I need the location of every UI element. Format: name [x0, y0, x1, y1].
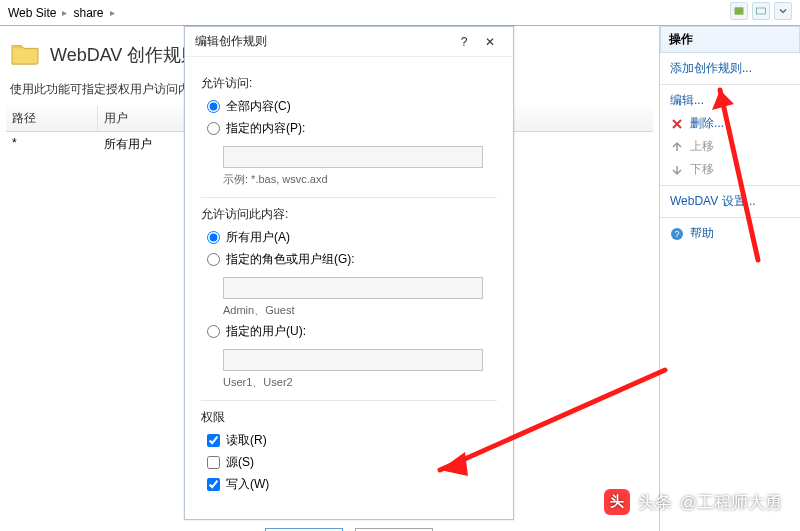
svg-rect-0 [735, 7, 744, 15]
radio-spec-content[interactable]: 指定的内容(P): [207, 120, 497, 137]
toolbar-icon-1[interactable] [730, 2, 748, 20]
check-source[interactable]: 源(S) [207, 454, 497, 471]
th-path[interactable]: 路径 [6, 106, 98, 131]
check-read-input[interactable] [207, 434, 220, 447]
dialog-close-button[interactable]: ✕ [477, 31, 503, 53]
action-move-down: 下移 [660, 158, 800, 181]
radio-all-content-input[interactable] [207, 100, 220, 113]
td-user: 所有用户 [98, 132, 186, 157]
input-roles[interactable] [223, 277, 483, 299]
radio-all-content[interactable]: 全部内容(C) [207, 98, 497, 115]
arrow-up-icon [670, 140, 684, 154]
radio-users[interactable]: 指定的用户(U): [207, 323, 497, 340]
group-perms: 权限 读取(R) 源(S) 写入(W) [201, 409, 497, 508]
td-path: * [6, 132, 98, 157]
hint-spec-content: 示例: *.bas, wsvc.axd [223, 172, 497, 187]
group-users-title: 允许访问此内容: [201, 206, 497, 223]
radio-users-input[interactable] [207, 325, 220, 338]
action-help[interactable]: ? 帮助 [660, 222, 800, 245]
folder-icon [10, 40, 40, 69]
th-user[interactable]: 用户 [98, 106, 186, 131]
radio-all-users-input[interactable] [207, 231, 220, 244]
group-access: 允许访问: 全部内容(C) 指定的内容(P): 示例: *.bas, wsvc.… [201, 75, 497, 198]
breadcrumb: Web Site ▸ share ▸ [0, 0, 800, 26]
watermark-prefix: 头条 [638, 491, 672, 514]
action-settings[interactable]: WebDAV 设置... [660, 190, 800, 213]
check-read[interactable]: 读取(R) [207, 432, 497, 449]
arrow-down-icon [670, 163, 684, 177]
watermark: 头 头条 @工程师大勇 [604, 489, 782, 515]
group-access-title: 允许访问: [201, 75, 497, 92]
page-title: WebDAV 创作规则 [50, 43, 199, 67]
breadcrumb-sep: ▸ [108, 7, 117, 18]
breadcrumb-item[interactable]: share [69, 6, 107, 20]
breadcrumb-sep: ▸ [60, 7, 69, 18]
input-users[interactable] [223, 349, 483, 371]
input-spec-content[interactable] [223, 146, 483, 168]
watermark-text: @工程师大勇 [680, 491, 782, 514]
action-move-up: 上移 [660, 135, 800, 158]
edit-rule-dialog: 编辑创作规则 ? ✕ 允许访问: 全部内容(C) 指定的内容(P): 示例: *… [184, 26, 514, 520]
action-delete[interactable]: 删除... [660, 112, 800, 135]
radio-roles[interactable]: 指定的角色或用户组(G): [207, 251, 497, 268]
action-edit[interactable]: 编辑... [660, 89, 800, 112]
dialog-help-button[interactable]: ? [451, 31, 477, 53]
help-icon: ? [670, 227, 684, 241]
check-write-input[interactable] [207, 478, 220, 491]
radio-spec-content-input[interactable] [207, 122, 220, 135]
action-add-rule[interactable]: 添加创作规则... [660, 57, 800, 80]
dialog-title: 编辑创作规则 [195, 33, 267, 50]
check-write[interactable]: 写入(W) [207, 476, 497, 493]
delete-icon [670, 117, 684, 131]
actions-title: 操作 [660, 26, 800, 53]
group-users: 允许访问此内容: 所有用户(A) 指定的角色或用户组(G): Admin、Gue… [201, 206, 497, 401]
toolbar-icon-2[interactable] [752, 2, 770, 20]
toolbar-dropdown[interactable] [774, 2, 792, 20]
svg-rect-1 [757, 8, 766, 14]
group-perms-title: 权限 [201, 409, 497, 426]
actions-panel: 操作 添加创作规则... 编辑... 删除... 上移 下移 WebDAV 设置… [660, 26, 800, 531]
hint-roles: Admin、Guest [223, 303, 497, 318]
check-source-input[interactable] [207, 456, 220, 469]
watermark-logo: 头 [604, 489, 630, 515]
radio-roles-input[interactable] [207, 253, 220, 266]
radio-all-users[interactable]: 所有用户(A) [207, 229, 497, 246]
breadcrumb-item[interactable]: Web Site [4, 6, 60, 20]
svg-text:?: ? [674, 229, 679, 239]
hint-users: User1、User2 [223, 375, 497, 390]
